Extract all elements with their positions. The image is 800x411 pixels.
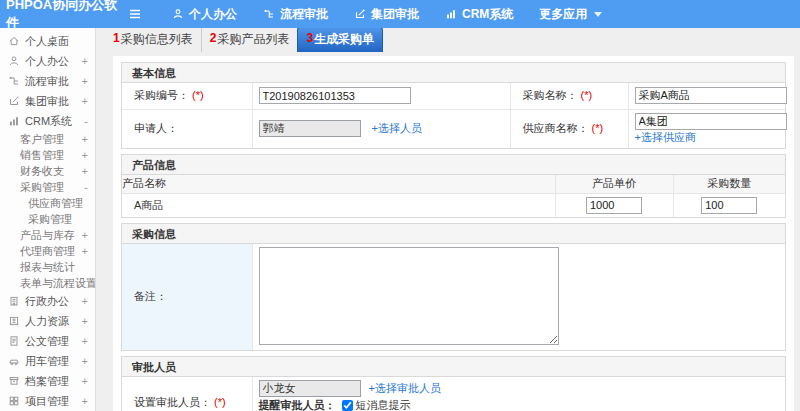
select-personnel-link[interactable]: +选择人员 <box>372 122 422 134</box>
home-icon <box>8 35 20 47</box>
topbar-item-label: 个人办公 <box>189 6 237 23</box>
section-basic-info: 基本信息 采购编号：(*) 采购名称：(*) <box>121 62 786 149</box>
flow-icon <box>8 75 20 87</box>
sidebar-item-project-mgmt[interactable]: 项目管理 + <box>0 391 95 411</box>
product-qty-input[interactable] <box>701 197 757 214</box>
sidebar-item-hr[interactable]: 人力资源 + <box>0 311 95 331</box>
purchase-name-input[interactable] <box>635 87 787 104</box>
topbar-item-workflow-approval[interactable]: 流程审批 <box>263 6 328 23</box>
select-approver-link[interactable]: +选择审批人员 <box>369 381 441 396</box>
applicant-input[interactable] <box>259 120 361 137</box>
topbar-menu: 个人办公 流程审批 集团审批 CRM系统 更多应用 <box>172 6 602 23</box>
user-icon <box>8 55 20 67</box>
archive-icon <box>8 375 20 387</box>
topbar-item-label: 流程审批 <box>280 6 328 23</box>
remind-approver-line: 提醒审批人员： 短消息提示 <box>259 399 780 411</box>
product-price-input[interactable] <box>586 197 642 214</box>
topbar-item-label: CRM系统 <box>462 6 513 23</box>
expand-indicator: + <box>82 355 88 367</box>
sidebar-item-archive-mgmt[interactable]: 档案管理 + <box>0 371 95 391</box>
product-name-cell: A商品 <box>122 194 555 217</box>
topbar-item-label: 集团审批 <box>371 6 419 23</box>
sidebar-item-purchase-mgmt[interactable]: 采购管理 - <box>0 179 95 195</box>
remark-textarea[interactable] <box>259 247 559 345</box>
sidebar-item-product-inventory[interactable]: 产品与库存 + <box>0 227 95 243</box>
purchase-no-label: 采购编号： <box>134 89 189 101</box>
purchase-no-input[interactable] <box>259 87 411 104</box>
sidebar-item-crm-system[interactable]: CRM系统 - <box>0 111 95 131</box>
sidebar-item-label: 行政办公 <box>25 294 80 309</box>
applicant-label: 申请人： <box>134 122 178 134</box>
expand-indicator: + <box>82 229 88 241</box>
tab-label: 生成采购单 <box>314 31 374 48</box>
topbar-item-more-apps[interactable]: 更多应用 <box>539 6 602 23</box>
topbar-item-personal-office[interactable]: 个人办公 <box>172 6 237 23</box>
select-supplier-link[interactable]: +选择供应商 <box>635 131 696 143</box>
topbar-item-crm-system[interactable]: CRM系统 <box>445 6 513 23</box>
sms-notify-label: 短消息提示 <box>356 399 411 411</box>
sidebar-item-label: 采购管理 <box>28 212 86 227</box>
section-purchase-info: 采购信息 备注： <box>121 223 786 351</box>
badge-icon <box>8 315 20 327</box>
sidebar-item-label: 财务收支 <box>20 164 80 179</box>
sidebar-item-finance[interactable]: 财务收支 + <box>0 163 95 179</box>
remark-cell <box>252 244 785 350</box>
project-icon <box>8 395 20 407</box>
section-approver: 审批人员 设置审批人员：(*) +选择审批人员 提醒审批人员： <box>121 356 786 411</box>
edit-icon <box>8 95 20 107</box>
document-icon <box>8 335 20 347</box>
sidebar-item-purchase-mgmt-sub[interactable]: 采购管理 <box>0 211 95 227</box>
main-content: 1 采购信息列表 2 采购产品列表 3 生成采购单 基本信息 采购编号：(*) <box>97 28 800 411</box>
sidebar-item-label: 报表与统计 <box>20 260 86 275</box>
sidebar-item-official-docs[interactable]: 公文管理 + <box>0 331 95 351</box>
sidebar-item-agent-mgmt[interactable]: 代理商管理 + <box>0 243 95 259</box>
section-product-info: 产品信息 产品名称 产品单价 采购数量 A商品 <box>121 154 786 218</box>
tab-number: 1 <box>113 31 120 48</box>
approver-input[interactable] <box>259 380 361 397</box>
expand-indicator: - <box>84 115 88 127</box>
supplier-label-cell: 供应商名称：(*) <box>510 109 628 148</box>
approver-input-line: +选择审批人员 <box>259 380 780 398</box>
expand-indicator: + <box>82 75 88 87</box>
sidebar-item-label: 供应商管理 <box>28 196 86 211</box>
purchase-name-label-cell: 采购名称：(*) <box>510 83 628 109</box>
topbar-item-group-approval[interactable]: 集团审批 <box>354 6 419 23</box>
tab-label: 采购产品列表 <box>217 31 289 48</box>
set-approver-label: 设置审批人员： <box>134 396 211 408</box>
sidebar-item-label: 项目管理 <box>25 394 80 409</box>
required-marker: (*) <box>214 396 226 408</box>
sidebar-item-label: 代理商管理 <box>20 244 80 259</box>
tab-label: 采购信息列表 <box>121 31 193 48</box>
sidebar-item-workflow-approval[interactable]: 流程审批 + <box>0 71 95 91</box>
applicant-label-cell: 申请人： <box>122 109 252 148</box>
sidebar-item-label: 产品与库存 <box>20 228 80 243</box>
sidebar-item-personal-desktop[interactable]: 个人桌面 <box>0 31 95 51</box>
applicant-cell: +选择人员 <box>252 109 510 148</box>
tab-generate-purchase-order[interactable]: 3 生成采购单 <box>297 27 383 52</box>
supplier-input[interactable] <box>635 113 787 130</box>
tab-purchase-product-list[interactable]: 2 采购产品列表 <box>202 28 298 52</box>
expand-indicator: + <box>82 55 88 67</box>
expand-indicator: + <box>82 149 88 161</box>
remark-label-cell: 备注： <box>122 244 252 350</box>
building-icon <box>8 295 20 307</box>
sidebar-item-sales-mgmt[interactable]: 销售管理 + <box>0 147 95 163</box>
sidebar-item-form-flow-settings[interactable]: 表单与流程设置 + <box>0 275 95 291</box>
sidebar-item-vehicle-mgmt[interactable]: 用车管理 + <box>0 351 95 371</box>
sidebar-item-customer-mgmt[interactable]: 客户管理 + <box>0 131 95 147</box>
section-title: 采购信息 <box>122 224 785 244</box>
sidebar-item-label: 档案管理 <box>25 374 80 389</box>
sidebar-item-label: 个人办公 <box>25 54 80 69</box>
sidebar-item-supplier-mgmt[interactable]: 供应商管理 <box>0 195 95 211</box>
hamburger-menu-icon[interactable] <box>120 8 150 20</box>
expand-indicator: + <box>82 133 88 145</box>
sms-notify-checkbox[interactable] <box>342 400 353 411</box>
sidebar-item-admin-office[interactable]: 行政办公 + <box>0 291 95 311</box>
sidebar-item-reports-stats[interactable]: 报表与统计 <box>0 259 95 275</box>
sidebar-item-group-approval[interactable]: 集团审批 + <box>0 91 95 111</box>
edit-icon <box>354 8 366 20</box>
sidebar-item-personal-office[interactable]: 个人办公 + <box>0 51 95 71</box>
sidebar-item-label: 人力资源 <box>25 314 80 329</box>
tab-number: 2 <box>210 31 217 48</box>
flow-icon <box>263 8 275 20</box>
